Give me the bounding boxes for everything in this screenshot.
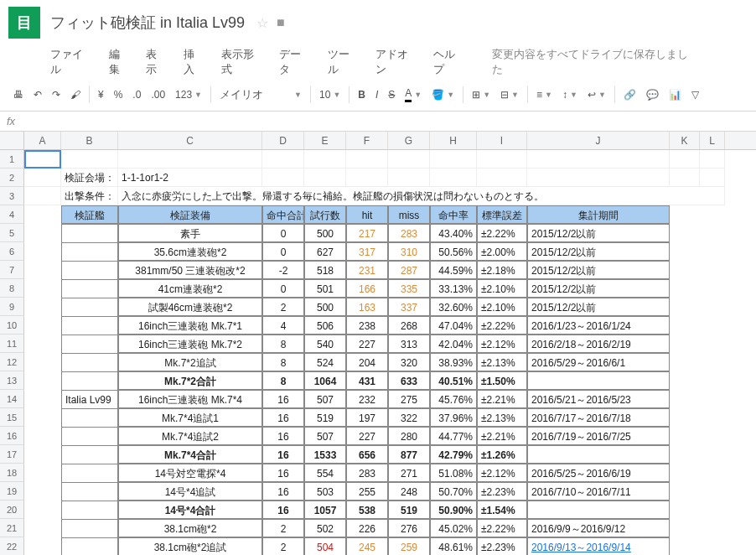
cell-hitsum[interactable]: 8 [262, 371, 304, 390]
filter-button[interactable]: ▽ [686, 86, 704, 104]
spreadsheet-grid[interactable]: ABCDEFGHIJKL12検証会場：1-1-1or1-23出撃条件：入念に赤疲… [0, 132, 756, 555]
cell[interactable] [700, 445, 725, 464]
cell-period[interactable]: 2015/12/2以前 [527, 261, 670, 279]
cell-period[interactable]: 2016/1/23～2016/1/24 [527, 316, 670, 335]
cell-miss[interactable]: 268 [388, 316, 430, 335]
cell-stderr[interactable]: ±2.23% [477, 482, 527, 501]
document-title[interactable]: フィット砲検証 in Italia Lv99 [50, 13, 245, 33]
cell-ship[interactable] [61, 353, 118, 371]
cell[interactable] [346, 169, 388, 187]
cell-hit[interactable]: 197 [346, 408, 388, 427]
menu-tools[interactable]: ツール [328, 47, 359, 77]
cell-hit[interactable]: 163 [346, 298, 388, 316]
cell-equip[interactable]: 試製46cm連装砲*2 [118, 298, 262, 316]
cell-miss[interactable]: 310 [388, 242, 430, 261]
cell[interactable] [670, 482, 700, 501]
cell[interactable] [700, 537, 725, 555]
cell-ship[interactable] [61, 316, 118, 335]
cell-equip[interactable]: 38.1cm砲*2追試 [118, 537, 262, 555]
number-format-button[interactable]: 123▼ [170, 86, 207, 104]
cell-trials[interactable]: 507 [304, 390, 346, 408]
col-header-C[interactable]: C [118, 132, 262, 149]
cell-hitsum[interactable]: 8 [262, 335, 304, 353]
cell[interactable] [430, 150, 477, 169]
cell-stderr[interactable]: ±2.10% [477, 279, 527, 298]
cell-equip[interactable]: 16inch三連装砲 Mk.7*1 [118, 316, 262, 335]
cell-stderr[interactable]: ±2.12% [477, 464, 527, 482]
cell[interactable] [477, 169, 527, 187]
cell-ship[interactable]: Italia Lv99 [61, 390, 118, 408]
cell-rate[interactable]: 50.90% [430, 501, 477, 519]
hdr-hitsum[interactable]: 命中合計 [262, 205, 304, 224]
cell-rate[interactable]: 48.61% [430, 537, 477, 555]
cell[interactable] [346, 150, 388, 169]
cell-period[interactable]: 2016/5/29～2016/6/1 [527, 353, 670, 371]
cell-miss[interactable]: 877 [388, 445, 430, 464]
cell[interactable] [670, 353, 700, 371]
col-header-K[interactable]: K [670, 132, 700, 149]
cell-hitsum[interactable]: 2 [262, 298, 304, 316]
cell-stderr[interactable]: ±2.21% [477, 427, 527, 445]
cell-equip[interactable]: 14号*4合計 [118, 501, 262, 519]
cell[interactable] [118, 150, 262, 169]
hdr-trials[interactable]: 試行数 [304, 205, 346, 224]
comment-button[interactable]: 💬 [641, 86, 664, 104]
cell[interactable] [670, 298, 700, 316]
cell[interactable] [700, 371, 725, 390]
cell-trials[interactable]: 1064 [304, 371, 346, 390]
row-header-7[interactable]: 7 [0, 261, 24, 279]
cell-trials[interactable]: 503 [304, 482, 346, 501]
hdr-equip[interactable]: 検証装備 [118, 205, 262, 224]
cell-hitsum[interactable]: 16 [262, 445, 304, 464]
row-header-2[interactable]: 2 [0, 169, 24, 187]
row-header-11[interactable]: 11 [0, 335, 24, 353]
decimal-increase-button[interactable]: .00 [146, 86, 170, 104]
percent-button[interactable]: % [109, 86, 128, 104]
cell-stderr[interactable]: ±1.54% [477, 501, 527, 519]
cell[interactable] [700, 408, 725, 427]
cell[interactable] [24, 316, 61, 335]
cell[interactable] [24, 242, 61, 261]
cell-ship[interactable] [61, 279, 118, 298]
cell-hit[interactable]: 538 [346, 501, 388, 519]
cell[interactable] [477, 150, 527, 169]
cell[interactable] [670, 205, 700, 224]
cell[interactable] [700, 169, 725, 187]
cell-hit[interactable]: 204 [346, 353, 388, 371]
cell-trials[interactable]: 627 [304, 242, 346, 261]
cell-equip[interactable]: 14号*4追試 [118, 482, 262, 501]
cell-hit[interactable]: 226 [346, 519, 388, 537]
cell-hit[interactable]: 656 [346, 445, 388, 464]
cell-miss[interactable]: 276 [388, 519, 430, 537]
row-header-9[interactable]: 9 [0, 298, 24, 316]
decimal-decrease-button[interactable]: .0 [127, 86, 146, 104]
cell-hit[interactable]: 227 [346, 335, 388, 353]
cell[interactable] [670, 371, 700, 390]
cell-period[interactable]: 2016/7/10～2016/7/11 [527, 482, 670, 501]
col-header-F[interactable]: F [346, 132, 388, 149]
cell-hit[interactable]: 238 [346, 316, 388, 335]
col-header-B[interactable]: B [61, 132, 118, 149]
cell-rate[interactable]: 40.51% [430, 371, 477, 390]
row-header-18[interactable]: 18 [0, 464, 24, 482]
vertical-align-button[interactable]: ↕▼ [557, 86, 583, 104]
cell-rate[interactable]: 50.70% [430, 482, 477, 501]
cell-period[interactable]: 2015/12/2以前 [527, 242, 670, 261]
cell[interactable] [430, 169, 477, 187]
cell-rate[interactable]: 43.40% [430, 224, 477, 242]
cell-rate[interactable]: 44.59% [430, 261, 477, 279]
cell-ship[interactable] [61, 445, 118, 464]
cell[interactable] [670, 519, 700, 537]
cell[interactable] [24, 427, 61, 445]
cell[interactable] [24, 537, 61, 555]
cell[interactable]: 出撃条件： [61, 187, 118, 205]
cell-period[interactable]: 2016/9/13～2016/9/14 [527, 537, 670, 555]
cell-miss[interactable]: 287 [388, 261, 430, 279]
cell[interactable] [24, 353, 61, 371]
cell-stderr[interactable]: ±2.18% [477, 261, 527, 279]
row-header-5[interactable]: 5 [0, 224, 24, 242]
cell-stderr[interactable]: ±2.22% [477, 519, 527, 537]
link-button[interactable]: 🔗 [619, 86, 641, 104]
cell-period[interactable]: 2016/5/25～2016/6/19 [527, 464, 670, 482]
cell[interactable] [700, 427, 725, 445]
